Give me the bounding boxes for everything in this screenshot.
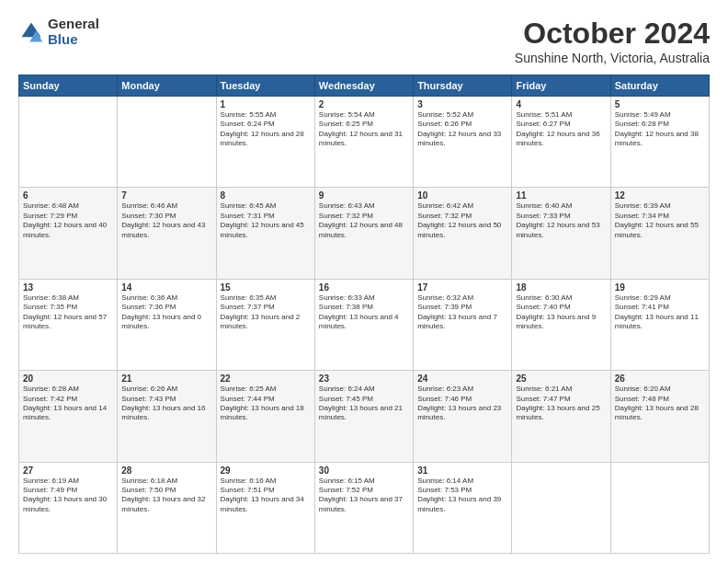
cell-sun-info: Sunrise: 5:52 AM Sunset: 6:26 PM Dayligh…	[417, 110, 507, 149]
calendar-cell: 30Sunrise: 6:15 AM Sunset: 7:52 PM Dayli…	[314, 462, 413, 553]
cell-sun-info: Sunrise: 6:32 AM Sunset: 7:39 PM Dayligh…	[417, 293, 507, 332]
day-number: 26	[615, 373, 705, 384]
cell-sun-info: Sunrise: 6:28 AM Sunset: 7:42 PM Dayligh…	[23, 385, 113, 423]
location: Sunshine North, Victoria, Australia	[515, 51, 710, 65]
cell-sun-info: Sunrise: 6:38 AM Sunset: 7:35 PM Dayligh…	[23, 293, 113, 332]
day-number: 3	[417, 99, 507, 109]
day-number: 11	[516, 190, 606, 201]
logo: General Blue	[18, 17, 99, 47]
calendar-cell: 10Sunrise: 6:42 AM Sunset: 7:32 PM Dayli…	[414, 188, 512, 279]
month-title: October 2024	[515, 17, 710, 51]
calendar-table: SundayMondayTuesdayWednesdayThursdayFrid…	[18, 75, 710, 554]
header: General Blue October 2024 Sunshine North…	[18, 17, 710, 65]
day-number: 1	[221, 99, 311, 109]
calendar-cell: 18Sunrise: 6:30 AM Sunset: 7:40 PM Dayli…	[512, 279, 610, 370]
day-number: 18	[516, 282, 606, 293]
calendar-cell: 8Sunrise: 6:45 AM Sunset: 7:31 PM Daylig…	[216, 188, 314, 279]
calendar-week-row: 20Sunrise: 6:28 AM Sunset: 7:42 PM Dayli…	[19, 371, 710, 462]
day-number: 25	[516, 373, 606, 384]
day-number: 22	[221, 373, 311, 384]
page: General Blue October 2024 Sunshine North…	[0, 0, 728, 563]
calendar-week-row: 6Sunrise: 6:48 AM Sunset: 7:29 PM Daylig…	[19, 188, 710, 279]
calendar-cell: 7Sunrise: 6:46 AM Sunset: 7:30 PM Daylig…	[118, 188, 216, 279]
calendar-cell	[512, 462, 610, 553]
day-number: 15	[221, 282, 311, 293]
day-number: 20	[23, 373, 113, 384]
calendar-cell: 2Sunrise: 5:54 AM Sunset: 6:25 PM Daylig…	[314, 97, 413, 188]
cell-sun-info: Sunrise: 6:29 AM Sunset: 7:41 PM Dayligh…	[615, 293, 705, 332]
day-number: 31	[417, 465, 507, 476]
calendar-cell: 17Sunrise: 6:32 AM Sunset: 7:39 PM Dayli…	[414, 279, 512, 370]
calendar-cell: 14Sunrise: 6:36 AM Sunset: 7:36 PM Dayli…	[118, 279, 216, 370]
cell-sun-info: Sunrise: 6:39 AM Sunset: 7:34 PM Dayligh…	[615, 201, 705, 240]
calendar-week-row: 13Sunrise: 6:38 AM Sunset: 7:35 PM Dayli…	[19, 279, 710, 370]
calendar-cell: 21Sunrise: 6:26 AM Sunset: 7:43 PM Dayli…	[118, 371, 216, 462]
cell-sun-info: Sunrise: 6:16 AM Sunset: 7:51 PM Dayligh…	[221, 477, 311, 515]
cell-sun-info: Sunrise: 6:14 AM Sunset: 7:53 PM Dayligh…	[417, 477, 507, 515]
calendar-cell: 25Sunrise: 6:21 AM Sunset: 7:47 PM Dayli…	[512, 371, 610, 462]
calendar-day-header: Thursday	[414, 75, 512, 97]
day-number: 17	[417, 282, 507, 293]
day-number: 6	[23, 190, 113, 201]
cell-sun-info: Sunrise: 6:18 AM Sunset: 7:50 PM Dayligh…	[121, 477, 211, 515]
cell-sun-info: Sunrise: 6:20 AM Sunset: 7:48 PM Dayligh…	[615, 385, 705, 423]
cell-sun-info: Sunrise: 6:24 AM Sunset: 7:45 PM Dayligh…	[319, 385, 409, 423]
day-number: 16	[319, 282, 409, 293]
calendar-cell: 11Sunrise: 6:40 AM Sunset: 7:33 PM Dayli…	[512, 188, 610, 279]
day-number: 28	[121, 465, 211, 476]
day-number: 27	[23, 465, 113, 476]
calendar-cell	[19, 97, 118, 188]
day-number: 8	[221, 190, 311, 201]
cell-sun-info: Sunrise: 6:43 AM Sunset: 7:32 PM Dayligh…	[319, 201, 409, 240]
calendar-cell: 22Sunrise: 6:25 AM Sunset: 7:44 PM Dayli…	[216, 371, 314, 462]
logo-text: General Blue	[48, 17, 99, 47]
calendar-cell: 16Sunrise: 6:33 AM Sunset: 7:38 PM Dayli…	[314, 279, 413, 370]
cell-sun-info: Sunrise: 5:55 AM Sunset: 6:24 PM Dayligh…	[221, 110, 311, 149]
calendar-day-header: Monday	[118, 75, 216, 97]
cell-sun-info: Sunrise: 6:42 AM Sunset: 7:32 PM Dayligh…	[417, 201, 507, 240]
calendar-cell	[118, 97, 216, 188]
cell-sun-info: Sunrise: 6:19 AM Sunset: 7:49 PM Dayligh…	[23, 477, 113, 515]
cell-sun-info: Sunrise: 6:36 AM Sunset: 7:36 PM Dayligh…	[121, 293, 211, 332]
calendar-day-header: Friday	[512, 75, 610, 97]
cell-sun-info: Sunrise: 6:35 AM Sunset: 7:37 PM Dayligh…	[221, 293, 311, 332]
day-number: 12	[615, 190, 705, 201]
logo-blue: Blue	[48, 32, 99, 48]
calendar-week-row: 27Sunrise: 6:19 AM Sunset: 7:49 PM Dayli…	[19, 462, 710, 553]
day-number: 23	[319, 373, 409, 384]
calendar-cell: 9Sunrise: 6:43 AM Sunset: 7:32 PM Daylig…	[314, 188, 413, 279]
calendar-cell: 23Sunrise: 6:24 AM Sunset: 7:45 PM Dayli…	[314, 371, 413, 462]
calendar-day-header: Saturday	[610, 75, 709, 97]
calendar-cell: 28Sunrise: 6:18 AM Sunset: 7:50 PM Dayli…	[118, 462, 216, 553]
cell-sun-info: Sunrise: 6:48 AM Sunset: 7:29 PM Dayligh…	[23, 201, 113, 240]
calendar-cell: 29Sunrise: 6:16 AM Sunset: 7:51 PM Dayli…	[216, 462, 314, 553]
calendar-cell: 20Sunrise: 6:28 AM Sunset: 7:42 PM Dayli…	[19, 371, 118, 462]
title-block: October 2024 Sunshine North, Victoria, A…	[515, 17, 710, 65]
day-number: 19	[615, 282, 705, 293]
calendar-cell: 24Sunrise: 6:23 AM Sunset: 7:46 PM Dayli…	[414, 371, 512, 462]
calendar-day-header: Wednesday	[314, 75, 413, 97]
day-number: 5	[615, 99, 705, 109]
calendar-day-header: Sunday	[19, 75, 118, 97]
calendar-cell: 15Sunrise: 6:35 AM Sunset: 7:37 PM Dayli…	[216, 279, 314, 370]
cell-sun-info: Sunrise: 6:30 AM Sunset: 7:40 PM Dayligh…	[516, 293, 606, 332]
cell-sun-info: Sunrise: 6:26 AM Sunset: 7:43 PM Dayligh…	[121, 385, 211, 423]
cell-sun-info: Sunrise: 6:45 AM Sunset: 7:31 PM Dayligh…	[221, 201, 311, 240]
day-number: 2	[319, 99, 409, 109]
calendar-cell: 4Sunrise: 5:51 AM Sunset: 6:27 PM Daylig…	[512, 97, 610, 188]
calendar-cell: 3Sunrise: 5:52 AM Sunset: 6:26 PM Daylig…	[414, 97, 512, 188]
calendar-cell: 19Sunrise: 6:29 AM Sunset: 7:41 PM Dayli…	[610, 279, 709, 370]
cell-sun-info: Sunrise: 5:54 AM Sunset: 6:25 PM Dayligh…	[319, 110, 409, 149]
day-number: 4	[516, 99, 606, 109]
calendar-cell: 13Sunrise: 6:38 AM Sunset: 7:35 PM Dayli…	[19, 279, 118, 370]
cell-sun-info: Sunrise: 5:49 AM Sunset: 6:28 PM Dayligh…	[615, 110, 705, 149]
day-number: 7	[121, 190, 211, 201]
calendar-cell: 27Sunrise: 6:19 AM Sunset: 7:49 PM Dayli…	[19, 462, 118, 553]
calendar-cell: 6Sunrise: 6:48 AM Sunset: 7:29 PM Daylig…	[19, 188, 118, 279]
day-number: 29	[221, 465, 311, 476]
cell-sun-info: Sunrise: 6:33 AM Sunset: 7:38 PM Dayligh…	[319, 293, 409, 332]
day-number: 24	[417, 373, 507, 384]
day-number: 13	[23, 282, 113, 293]
calendar-header-row: SundayMondayTuesdayWednesdayThursdayFrid…	[19, 75, 710, 97]
calendar-week-row: 1Sunrise: 5:55 AM Sunset: 6:24 PM Daylig…	[19, 97, 710, 188]
